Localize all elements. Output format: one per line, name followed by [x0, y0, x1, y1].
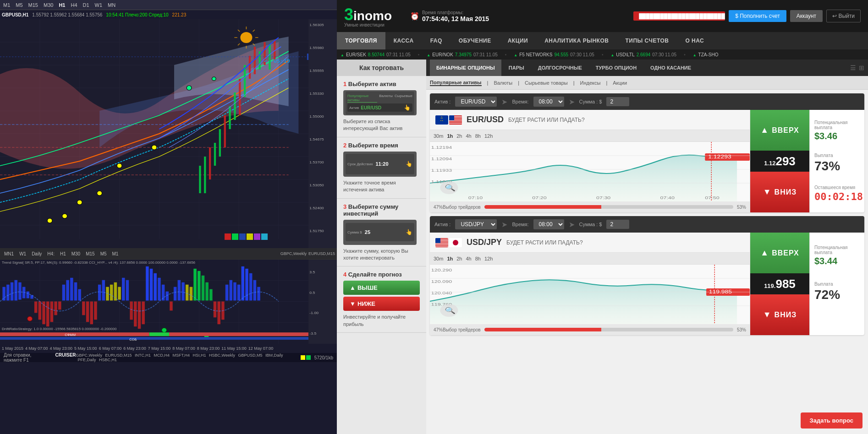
usdjpy-card-body: USD/JPY БУДЕТ РАСТИ ИЛИ ПАДАТЬ? 30m 1h 2…	[430, 233, 864, 335]
svg-rect-202	[435, 244, 448, 245]
usdjpy-actions: ▲ ВВЕРХ 119.985 ▼ ВНИЗ	[750, 233, 809, 335]
traders-right: 53%	[737, 205, 746, 210]
tf-d1[interactable]: D1	[82, 2, 91, 8]
nav-faq[interactable]: FAQ	[422, 32, 450, 49]
list-view-icon[interactable]: ☰	[850, 64, 856, 71]
tf-m15[interactable]: M15	[27, 2, 39, 8]
eurusd-down-btn[interactable]: ▼ ВНИЗ	[750, 172, 809, 212]
time-opt-4h[interactable]: 4h	[466, 133, 472, 139]
svg-text:07:10: 07:10	[468, 195, 483, 200]
tf-m30[interactable]: M30	[42, 2, 55, 8]
tf-h4[interactable]: H4	[69, 2, 78, 8]
traders-left-2: 47%	[434, 327, 443, 332]
svg-rect-135	[225, 285, 229, 301]
filter-commodities[interactable]: Сырьевые товары	[525, 80, 568, 86]
usdjpy-up-btn[interactable]: ▲ ВВЕРХ	[750, 233, 809, 273]
time-opt2-4h[interactable]: 4h	[466, 256, 472, 261]
nav-kassa[interactable]: КАССА	[385, 32, 422, 49]
time-opt-30m[interactable]: 30m	[434, 133, 443, 139]
svg-rect-98	[78, 289, 81, 301]
trading-area: БИНАРНЫЕ ОПЦИОНЫ ПАРЫ ДОЛГОСРОЧНЫЕ ТУРБО…	[426, 60, 868, 434]
filter-popular[interactable]: Популярные активы	[430, 80, 482, 86]
eurusd-up-btn[interactable]: ▲ ВВЕРХ	[750, 110, 809, 151]
svg-rect-104	[102, 280, 105, 301]
tf-bottom-m5[interactable]: M5	[98, 250, 109, 257]
time-opt-12h[interactable]: 12h	[484, 133, 493, 139]
nav-analytics[interactable]: АНАЛИТИКА РЫНКОВ	[536, 32, 617, 49]
svg-rect-109	[122, 278, 125, 301]
svg-text:1.11933: 1.11933	[431, 168, 452, 173]
time-opt2-30m[interactable]: 30m	[434, 256, 443, 261]
svg-rect-115	[146, 266, 149, 301]
tf-bottom-h4[interactable]: H4:	[45, 250, 57, 257]
time-opt2-1h[interactable]: 1h	[447, 256, 453, 261]
eurusd-time-opts: 30m 1h 2h 4h 8h 12h	[430, 130, 750, 142]
usdjpy-down-btn[interactable]: ▼ ВНИЗ	[750, 294, 809, 335]
nav-account-types[interactable]: ТИПЫ СЧЕТОВ	[617, 32, 677, 49]
svg-text:1.12094: 1.12094	[431, 157, 452, 161]
svg-text:1.12194: 1.12194	[431, 145, 452, 150]
eurusd-payout-section: Потенциальная выплата $3.46	[814, 120, 860, 141]
account-button[interactable]: Аккаунт	[790, 10, 823, 22]
tf-bottom-daily[interactable]: Daily	[29, 250, 44, 257]
svg-rect-172	[449, 120, 462, 121]
svg-rect-88	[38, 302, 42, 320]
eurusd-stats: Потенциальная выплата $3.46 Выплата 73% …	[809, 110, 864, 212]
eurusd-payout-value: $3.46	[814, 131, 860, 141]
tf-bottom-h1[interactable]: H1	[58, 250, 68, 257]
tf-bottom-m30[interactable]: M30	[69, 250, 82, 257]
nav-education[interactable]: ОБУЧЕНИЕ	[450, 32, 500, 49]
tab-onetouch[interactable]: ОДНО КАСАНИЕ	[644, 60, 698, 76]
tf-w1[interactable]: W1	[93, 2, 104, 8]
forecast-down-btn[interactable]: ▼ НИЖЕ	[343, 297, 420, 311]
help-button[interactable]: Задать вопрос	[801, 412, 863, 429]
time-opt-8h[interactable]: 8h	[475, 133, 481, 139]
eurusd-yield-section: Выплата 73%	[814, 153, 860, 174]
time-opt2-2h[interactable]: 2h	[456, 256, 462, 261]
deposit-button[interactable]: $ Пополнить счет	[729, 10, 786, 22]
help-text: Для справки, нажмите F1	[4, 353, 50, 363]
svg-rect-122	[174, 287, 177, 301]
binomo-header: 3 inomo Умные инвестиции ⏰ Время платфор…	[337, 0, 868, 32]
time-opt2-12h[interactable]: 12h	[484, 256, 493, 261]
sum-input-2[interactable]	[606, 220, 629, 229]
tab-pairs[interactable]: ПАРЫ	[502, 60, 531, 76]
svg-text:1.53700: 1.53700	[309, 160, 324, 164]
nav-actions[interactable]: АКЦИИ	[500, 32, 537, 49]
time-select-1[interactable]: 08:00 09:00 10:00	[533, 97, 564, 107]
time-opt2-8h[interactable]: 8h	[475, 256, 481, 261]
tab-binary-options[interactable]: БИНАРНЫЕ ОПЦИОНЫ	[430, 60, 501, 76]
tf-bottom-w1[interactable]: W1	[17, 250, 28, 257]
tf-mn[interactable]: MN	[106, 2, 117, 8]
nav-about[interactable]: О НАС	[677, 32, 712, 49]
time-opt-1h[interactable]: 1h	[447, 133, 453, 139]
tf-bottom-m1[interactable]: M1	[110, 250, 121, 257]
time-opt-2h[interactable]: 2h	[456, 133, 462, 139]
sum-input-1[interactable]	[606, 97, 629, 106]
tf-h1[interactable]: H1	[57, 2, 66, 8]
svg-point-144	[27, 316, 33, 321]
tf-bottom-mn1[interactable]: MN1	[2, 250, 16, 257]
tab-longterm[interactable]: ДОЛГОСРОЧНЫЕ	[532, 60, 588, 76]
trading-content: Как торговать 1 Выберите актив Популярны…	[337, 60, 868, 434]
usd-flag	[449, 115, 462, 125]
filter-stocks[interactable]: Акции	[613, 80, 627, 86]
filter-indices[interactable]: Индексы	[580, 80, 601, 86]
tf-m1[interactable]: M1	[2, 2, 11, 8]
eurusd-remaining-label: Оставшееся время	[814, 185, 860, 190]
time-select-2[interactable]: 08:00 09:00 10:00	[533, 219, 564, 229]
file-list: GBPC,Weekly EURUSD,M15 INTC,H1 MCD,H4 MS…	[76, 353, 297, 362]
svg-rect-111	[130, 302, 133, 320]
forecast-up-btn[interactable]: ▲ ВЫШЕ	[343, 281, 420, 295]
svg-point-41	[47, 218, 52, 223]
asset-select-1[interactable]: EUR/USD USD/JPY GBP/USD	[455, 97, 497, 107]
filter-currencies[interactable]: Валюты	[494, 80, 512, 86]
grid-view-icon[interactable]: ⊞	[859, 64, 864, 71]
nav-trading[interactable]: ТОРГОВЛЯ	[337, 32, 385, 49]
usdjpy-payout-value: $3.44	[814, 256, 860, 266]
tf-bottom-m15[interactable]: M15	[83, 250, 97, 257]
exit-button[interactable]: ↩ Выйти	[826, 10, 861, 22]
tab-turbo[interactable]: ТУРБО ОПЦИОН	[589, 60, 643, 76]
tf-m5[interactable]: M5	[14, 2, 24, 8]
asset-select-2[interactable]: USD/JPY EUR/USD GBP/USD	[455, 219, 497, 229]
